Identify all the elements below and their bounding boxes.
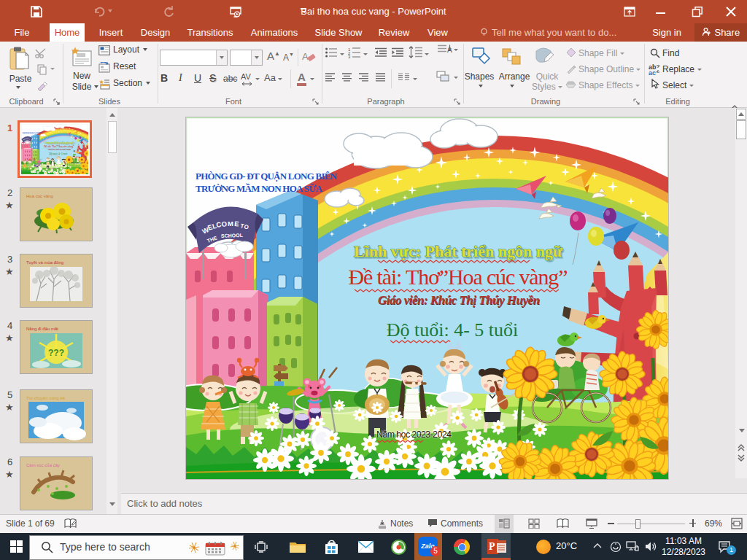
svg-text:Hoa cúc vàng: Hoa cúc vàng <box>26 194 53 198</box>
svg-text:Trò chuyện cùng trẻ: Trò chuyện cùng trẻ <box>26 396 66 400</box>
svg-text:ac: ac <box>649 69 656 75</box>
svg-text:Nắng đi đâu mất: Nắng đi đâu mất <box>26 327 58 331</box>
svg-text:Tuyết và mùa đông: Tuyết và mùa đông <box>26 260 63 265</box>
svg-text:AV: AV <box>241 72 252 81</box>
svg-text:A: A <box>302 51 309 62</box>
svg-text:???: ??? <box>48 348 64 358</box>
svg-text:3: 3 <box>348 55 351 58</box>
svg-text:Cảm xúc của cây: Cảm xúc của cây <box>26 463 60 467</box>
